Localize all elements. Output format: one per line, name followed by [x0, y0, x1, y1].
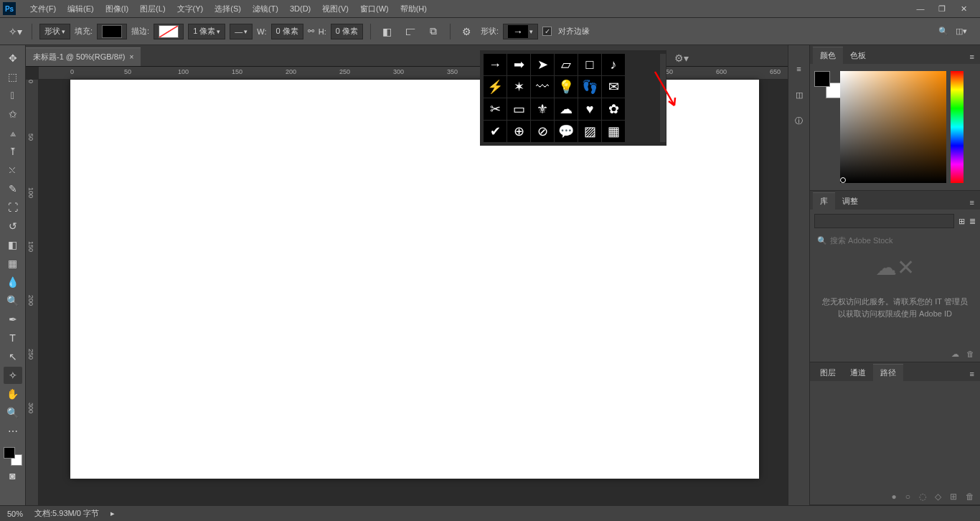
paths-list[interactable]	[810, 381, 980, 489]
stroke-swatch[interactable]	[154, 24, 184, 39]
align-edges-checkbox[interactable]: ✓	[542, 27, 552, 36]
history-brush-tool-icon[interactable]: ↺	[4, 217, 22, 235]
arrange-icon[interactable]: ⧉	[424, 23, 443, 40]
minimize-icon[interactable]: —	[915, 4, 925, 14]
list-view-icon[interactable]: ≣	[969, 217, 976, 226]
shape-preset[interactable]: ♥	[578, 98, 601, 120]
gradient-tool-icon[interactable]: ▦	[4, 255, 22, 272]
path-select-tool-icon[interactable]: ↖	[4, 348, 22, 365]
shape-preset[interactable]: ▱	[555, 54, 578, 75]
menu-edit[interactable]: 编辑(E)	[62, 0, 100, 17]
info-panel-icon[interactable]: ⓘ	[793, 114, 806, 127]
shape-preset[interactable]: ▭	[507, 98, 530, 120]
gear-icon[interactable]: ⚙	[458, 23, 476, 40]
fg-color-chip[interactable]	[4, 447, 15, 459]
tool-preset-icon[interactable]: ✧▾	[6, 23, 24, 40]
healing-tool-icon[interactable]: ⛌	[4, 161, 22, 179]
stroke-width-input[interactable]: 1 像素▾	[188, 24, 225, 39]
shape-preset[interactable]: 👣	[578, 76, 601, 98]
menu-file[interactable]: 文件(F)	[24, 0, 62, 17]
shape-preset[interactable]: ☁	[555, 98, 578, 120]
shape-preset[interactable]: ♪	[602, 54, 625, 75]
tab-color[interactable]: 颜色	[813, 47, 843, 64]
grid-view-icon[interactable]: ⊞	[958, 217, 965, 226]
hue-slider[interactable]	[951, 71, 963, 183]
type-tool-icon[interactable]: T	[4, 329, 22, 347]
tab-close-icon[interactable]: ×	[130, 53, 134, 61]
lasso-tool-icon[interactable]: 𓏲	[4, 87, 22, 104]
shape-preset[interactable]: 💡	[555, 76, 578, 98]
fill-swatch[interactable]	[97, 24, 127, 39]
shape-preset[interactable]: ➤	[531, 54, 554, 75]
shape-preset[interactable]: →	[484, 54, 507, 75]
shape-preset[interactable]: ✿	[602, 98, 625, 120]
tab-libraries[interactable]: 库	[813, 192, 835, 210]
blur-tool-icon[interactable]: 💧	[4, 273, 22, 291]
panel-menu-icon[interactable]: ≡	[964, 50, 980, 64]
shape-preset[interactable]: ✶	[507, 76, 530, 98]
menu-3d[interactable]: 3D(D)	[284, 0, 316, 17]
library-search[interactable]: 🔍 搜索 Adobe Stock	[814, 233, 976, 249]
shape-preset[interactable]: ⊕	[507, 121, 530, 142]
tab-channels[interactable]: 通道	[843, 365, 873, 381]
maximize-icon[interactable]: ❐	[937, 4, 947, 14]
align-icon[interactable]: ⫍	[401, 23, 420, 40]
color-field[interactable]	[840, 71, 946, 183]
menu-layer[interactable]: 图层(L)	[134, 0, 171, 17]
workspace-icon[interactable]: ◫▾	[956, 27, 967, 36]
library-select[interactable]	[814, 214, 954, 228]
menu-filter[interactable]: 滤镜(T)	[247, 0, 284, 17]
document-info[interactable]: 文档:5.93M/0 字节	[34, 508, 99, 519]
menu-type[interactable]: 文字(Y)	[171, 0, 209, 17]
shape-preset[interactable]: ✂	[484, 98, 507, 120]
panel-menu-icon[interactable]: ≡	[964, 367, 980, 381]
make-workpath-icon[interactable]: ◇	[935, 492, 941, 502]
popup-gear-icon[interactable]: ⚙▾	[674, 52, 689, 64]
properties-panel-icon[interactable]: ◫	[793, 88, 806, 101]
shape-preset[interactable]: ✔	[484, 121, 507, 142]
marquee-tool-icon[interactable]: ⬚	[4, 68, 22, 85]
shape-preset[interactable]: 〰	[531, 76, 554, 98]
move-tool-icon[interactable]: ✥	[4, 50, 22, 67]
stroke-style[interactable]: —▾	[230, 24, 253, 39]
shape-preset[interactable]: ▦	[602, 121, 625, 142]
tab-paths[interactable]: 路径	[873, 364, 903, 381]
fill-path-icon[interactable]: ●	[892, 492, 897, 502]
eyedropper-tool-icon[interactable]: ⤒	[4, 143, 22, 160]
delete-path-icon[interactable]: 🗑	[966, 492, 974, 502]
hand-tool-icon[interactable]: ✋	[4, 385, 22, 403]
shape-preset[interactable]: ⊘	[531, 121, 554, 142]
trash-icon[interactable]: 🗑	[966, 349, 974, 359]
menu-window[interactable]: 窗口(W)	[354, 0, 395, 17]
new-path-icon[interactable]: ⊞	[950, 492, 957, 502]
close-icon[interactable]: ✕	[958, 4, 969, 14]
shape-preset[interactable]: ➡	[507, 54, 530, 75]
shape-preset[interactable]: □	[578, 54, 601, 75]
menu-view[interactable]: 视图(V)	[316, 0, 354, 17]
zoom-level[interactable]: 50%	[7, 510, 23, 518]
height-input[interactable]: 0 像素	[331, 24, 363, 39]
document-tab[interactable]: 未标题-1 @ 50%(RGB/8#) ×	[26, 47, 141, 66]
menu-image[interactable]: 图像(I)	[100, 0, 134, 17]
shape-preset[interactable]: ⚜	[531, 98, 554, 120]
dodge-tool-icon[interactable]: 🔍	[4, 292, 22, 309]
color-chips[interactable]	[4, 447, 22, 466]
cloud-sync-icon[interactable]: ☁	[951, 349, 959, 359]
shape-picker[interactable]: →▾	[503, 24, 538, 39]
search-icon[interactable]: 🔍	[938, 27, 948, 36]
brush-tool-icon[interactable]: ✎	[4, 180, 22, 197]
info-chevron-icon[interactable]: ▸	[110, 509, 115, 518]
load-selection-icon[interactable]: ◌	[919, 492, 926, 502]
quick-select-tool-icon[interactable]: ✩	[4, 105, 22, 123]
menu-help[interactable]: 帮助(H)	[395, 0, 433, 17]
link-wh-icon[interactable]: ⚯	[308, 27, 314, 36]
shape-preset[interactable]: ✉	[602, 76, 625, 98]
shape-preset[interactable]: ▨	[578, 121, 601, 142]
path-ops-icon[interactable]: ◧	[378, 23, 397, 40]
zoom-tool-icon[interactable]: 🔍	[4, 404, 22, 421]
tab-layers[interactable]: 图层	[813, 365, 843, 381]
crop-tool-icon[interactable]: ⟁	[4, 124, 22, 141]
stamp-tool-icon[interactable]: ⛶	[4, 199, 22, 216]
shape-preset[interactable]: ⚡	[484, 76, 507, 98]
shape-preset[interactable]: 💬	[555, 121, 578, 142]
